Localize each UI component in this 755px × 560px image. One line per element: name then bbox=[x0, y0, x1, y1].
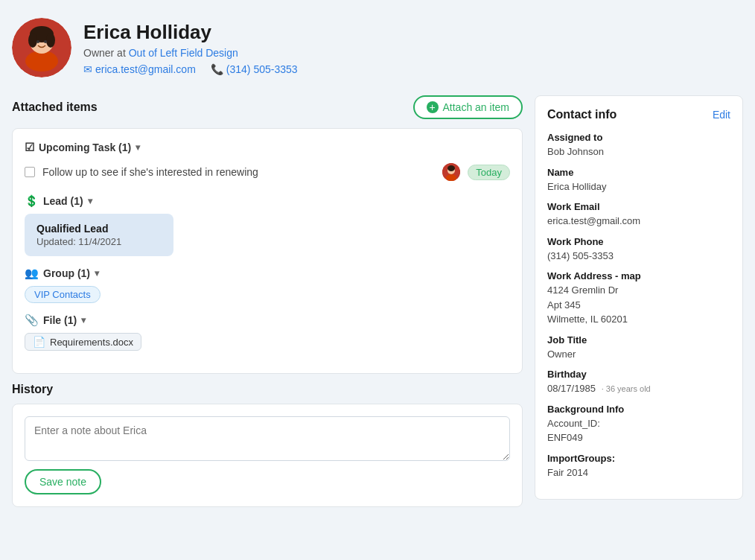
profile-name: Erica Holliday bbox=[83, 21, 298, 44]
attached-items-header: Attached items + Attach an item bbox=[12, 95, 523, 119]
contact-info-card: Contact info Edit Assigned to Bob Johnso… bbox=[535, 95, 743, 500]
assigned-to-value: Bob Johnson bbox=[547, 144, 730, 159]
work-address-label: Work Address - map bbox=[547, 270, 730, 281]
task-checkbox[interactable] bbox=[25, 167, 35, 177]
profile-subtitle: Owner at Out of Left Field Design bbox=[83, 47, 298, 59]
birthday-label: Birthday bbox=[547, 369, 730, 380]
history-title: History bbox=[12, 383, 523, 396]
profile-info: Erica Holliday Owner at Out of Left Fiel… bbox=[83, 21, 298, 75]
field-job-title: Job Title Owner bbox=[547, 334, 730, 362]
edit-contact-link[interactable]: Edit bbox=[713, 109, 730, 121]
job-title-value: Owner bbox=[547, 347, 730, 362]
profile-contact-row: ✉ erica.test@gmail.com 📞 (314) 505-3353 bbox=[83, 63, 298, 75]
group-chevron-icon: ▾ bbox=[95, 268, 99, 279]
task-text: Follow up to see if she's interested in … bbox=[42, 166, 435, 178]
group-icon: 👥 bbox=[25, 267, 39, 280]
import-groups-value: Fair 2014 bbox=[547, 465, 730, 480]
work-email-label: Work Email bbox=[547, 201, 730, 212]
avatar bbox=[12, 18, 71, 77]
svg-point-11 bbox=[447, 165, 455, 171]
job-title-label: Job Title bbox=[547, 334, 730, 346]
group-section: 👥 Group (1) ▾ VIP Contacts bbox=[25, 267, 510, 303]
task-icon: ☑ bbox=[25, 141, 34, 154]
history-card: Save note bbox=[12, 404, 523, 507]
save-note-button[interactable]: Save note bbox=[25, 469, 101, 494]
task-section-header[interactable]: ☑ Upcoming Task (1) ▾ bbox=[25, 141, 510, 154]
main-layout: Attached items + Attach an item ☑ Upcomi… bbox=[12, 95, 743, 507]
email-link[interactable]: erica.test@gmail.com bbox=[95, 63, 196, 75]
file-label: File (1) bbox=[43, 314, 77, 326]
group-section-header[interactable]: 👥 Group (1) ▾ bbox=[25, 267, 510, 280]
file-tag[interactable]: 📄 Requirements.docx bbox=[25, 333, 141, 351]
phone-icon: 📞 bbox=[211, 63, 223, 75]
birthday-date: 08/17/1985 bbox=[547, 383, 596, 394]
left-column: Attached items + Attach an item ☑ Upcomi… bbox=[12, 95, 523, 507]
name-value: Erica Holliday bbox=[547, 179, 730, 194]
plus-icon: + bbox=[427, 101, 439, 113]
lead-card[interactable]: Qualified Lead Updated: 11/4/2021 bbox=[25, 214, 173, 256]
field-name: Name Erica Holliday bbox=[547, 167, 730, 194]
field-background-info: Background Info Account_ID:ENF049 bbox=[547, 404, 730, 445]
svg-point-6 bbox=[36, 40, 39, 43]
svg-point-1 bbox=[25, 51, 58, 71]
envelope-icon: ✉ bbox=[83, 63, 92, 75]
field-work-email: Work Email erica.test@gmail.com bbox=[547, 201, 730, 229]
field-birthday: Birthday 08/17/1985 · 36 years old bbox=[547, 369, 730, 396]
lead-card-updated: Updated: 11/4/2021 bbox=[36, 236, 162, 247]
group-label: Group (1) bbox=[43, 267, 90, 279]
svg-point-5 bbox=[46, 33, 55, 48]
task-item-row: Follow up to see if she's interested in … bbox=[25, 160, 510, 184]
background-info-value: Account_ID:ENF049 bbox=[547, 416, 730, 445]
field-work-address: Work Address - map 4124 Gremlin DrApt 34… bbox=[547, 270, 730, 327]
phone-row: 📞 (314) 505-3353 bbox=[211, 63, 298, 75]
note-textarea[interactable] bbox=[25, 416, 510, 461]
background-info-label: Background Info bbox=[547, 404, 730, 415]
filename: Requirements.docx bbox=[50, 337, 133, 348]
file-section-header[interactable]: 📎 File (1) ▾ bbox=[25, 314, 510, 327]
age-note: · 36 years old bbox=[602, 384, 651, 393]
name-label: Name bbox=[547, 167, 730, 178]
assigned-to-label: Assigned to bbox=[547, 132, 730, 143]
work-phone-label: Work Phone bbox=[547, 236, 730, 247]
file-icon: 📎 bbox=[25, 314, 39, 327]
right-column: Contact info Edit Assigned to Bob Johnso… bbox=[535, 95, 743, 500]
email-row: ✉ erica.test@gmail.com bbox=[83, 63, 196, 75]
task-due-badge: Today bbox=[468, 165, 510, 180]
svg-point-7 bbox=[44, 40, 47, 43]
phone-value: (314) 505-3353 bbox=[226, 63, 298, 75]
work-phone-value: (314) 505-3353 bbox=[547, 249, 730, 264]
contact-info-header: Contact info Edit bbox=[547, 108, 730, 121]
task-chevron-icon: ▾ bbox=[136, 142, 140, 153]
task-section: ☑ Upcoming Task (1) ▾ Follow up to see i… bbox=[25, 141, 510, 184]
task-label: Upcoming Task (1) bbox=[39, 141, 131, 153]
field-assigned-to: Assigned to Bob Johnson bbox=[547, 132, 730, 159]
svg-point-4 bbox=[28, 33, 37, 48]
lead-section: 💲 Lead (1) ▾ Qualified Lead Updated: 11/… bbox=[25, 194, 510, 256]
docx-icon: 📄 bbox=[33, 336, 45, 348]
lead-section-header[interactable]: 💲 Lead (1) ▾ bbox=[25, 194, 510, 208]
file-section: 📎 File (1) ▾ 📄 Requirements.docx bbox=[25, 314, 510, 351]
attach-item-button[interactable]: + Attach an item bbox=[413, 95, 523, 119]
import-groups-label: ImportGroups: bbox=[547, 453, 730, 464]
birthday-value: 08/17/1985 · 36 years old bbox=[547, 381, 730, 396]
company-link[interactable]: Out of Left Field Design bbox=[129, 47, 238, 59]
lead-card-title: Qualified Lead bbox=[36, 223, 162, 235]
lead-icon: 💲 bbox=[25, 194, 39, 208]
attached-items-card: ☑ Upcoming Task (1) ▾ Follow up to see i… bbox=[12, 128, 523, 374]
work-address-value: 4124 Gremlin DrApt 345Wilmette, IL 60201 bbox=[547, 283, 730, 327]
lead-label: Lead (1) bbox=[43, 195, 83, 207]
field-work-phone: Work Phone (314) 505-3353 bbox=[547, 236, 730, 264]
file-chevron-icon: ▾ bbox=[81, 315, 86, 325]
contact-info-title: Contact info bbox=[547, 108, 617, 121]
attached-items-title: Attached items bbox=[12, 101, 98, 114]
field-import-groups: ImportGroups: Fair 2014 bbox=[547, 453, 730, 480]
history-section: History Save note bbox=[12, 383, 523, 507]
group-tag[interactable]: VIP Contacts bbox=[25, 286, 101, 303]
work-email-value: erica.test@gmail.com bbox=[547, 214, 730, 229]
attached-items-section: Attached items + Attach an item ☑ Upcomi… bbox=[12, 95, 523, 374]
attach-button-label: Attach an item bbox=[443, 101, 510, 113]
task-assignee-avatar bbox=[442, 163, 460, 181]
profile-header: Erica Holliday Owner at Out of Left Fiel… bbox=[12, 12, 743, 86]
lead-chevron-icon: ▾ bbox=[88, 196, 92, 206]
